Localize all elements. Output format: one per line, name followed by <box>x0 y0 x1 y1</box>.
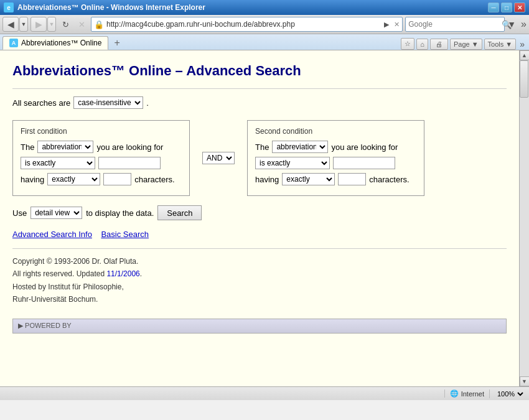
toolbar-more-button[interactable]: » <box>521 19 527 30</box>
forward-dropdown[interactable]: ▼ <box>47 17 56 32</box>
zoom-select[interactable]: 100% 75% 125% <box>495 390 525 398</box>
first-match-select[interactable]: is exactly contains starts with ends wit… <box>21 157 95 169</box>
browser-content: Abbreviationes™ Online – Advanced Search… <box>0 50 519 362</box>
scroll-thumb[interactable] <box>520 60 528 98</box>
second-match-row: is exactly contains starts with ends wit… <box>255 157 416 169</box>
back-button[interactable]: ◀ <box>2 17 19 32</box>
scroll-up-button[interactable]: ▲ <box>520 50 530 60</box>
second-having-row: having exactly at least at most characte… <box>255 173 416 185</box>
conditions-row: First condition The abbreviation expansi… <box>12 120 507 196</box>
footer-line3: Hosted by Institut für Philosophie, <box>12 281 507 293</box>
scroll-thumb-area <box>520 60 529 376</box>
connector-select[interactable]: AND OR <box>202 152 235 164</box>
searches-prefix: All searches are <box>12 98 70 108</box>
page-menu-button[interactable]: Page ▼ <box>450 39 482 50</box>
tab-bar: A Abbreviationes™ Online + ☆ ⌂ 🖨 Page ▼ … <box>0 34 529 50</box>
search-bar: 🔍 <box>405 17 505 32</box>
first-condition-title: First condition <box>21 127 182 136</box>
back-group: ◀ ▼ <box>2 17 28 32</box>
window-title: Abbreviationes™ Online - Windows Interne… <box>17 3 205 12</box>
close-button[interactable]: ✕ <box>514 2 525 12</box>
second-field-row: The abbreviation expansion you are looki… <box>255 141 416 153</box>
address-go-button[interactable]: ▶ <box>382 19 391 30</box>
and-connector-box: AND OR <box>202 152 235 164</box>
second-looking-label: you are looking for <box>331 142 398 152</box>
first-match-input[interactable] <box>98 157 161 169</box>
search-options-button[interactable]: ▼ <box>507 19 516 29</box>
first-field-row: The abbreviation expansion you are looki… <box>21 141 182 153</box>
first-the-label: The <box>21 142 34 152</box>
case-select[interactable]: case-insensitive case-sensitive <box>73 96 143 109</box>
first-count-select[interactable]: exactly at least at most <box>47 173 100 185</box>
nav-toolbar: ◀ ▼ ▶ ▼ ↻ ✕ 🔒 http://macg4cube.gpam.ruhr… <box>0 15 529 34</box>
basic-search-link[interactable]: Basic Search <box>101 230 149 239</box>
address-refresh[interactable]: ✕ <box>394 21 400 29</box>
advanced-search-info-link[interactable]: Advanced Search Info <box>12 230 92 239</box>
second-count-select[interactable]: exactly at least at most <box>282 173 335 185</box>
second-chars-label: characters. <box>369 175 409 184</box>
scroll-down-button[interactable]: ▼ <box>520 376 530 386</box>
favorites-button[interactable]: ☆ <box>401 38 414 50</box>
first-match-row: is exactly contains starts with ends wit… <box>21 157 182 169</box>
second-count-input[interactable] <box>338 173 366 185</box>
back-dropdown[interactable]: ▼ <box>19 17 28 32</box>
use-row: Use detail view list view to display the… <box>12 205 507 220</box>
statusbar-right: 🌐 Internet 100% 75% 125% <box>444 390 525 398</box>
statusbar: 🌐 Internet 100% 75% 125% <box>0 386 529 400</box>
first-count-input[interactable] <box>103 173 131 185</box>
first-having-row: having exactly at least at most characte… <box>21 173 182 185</box>
tab-label: Abbreviationes™ Online <box>21 39 101 47</box>
minimize-button[interactable]: ─ <box>488 2 499 12</box>
divider-1 <box>12 88 507 89</box>
footer-line1: Copyright © 1993-2006 Dr. Olaf Pluta. <box>12 255 507 268</box>
zoom-control: 100% 75% 125% <box>489 390 525 398</box>
use-label: Use <box>12 208 27 218</box>
toolbar-expand-button[interactable]: » <box>518 39 527 49</box>
tools-menu-button[interactable]: Tools ▼ <box>484 39 517 50</box>
footer-line2-suffix: . <box>140 269 142 278</box>
print-button[interactable]: 🖨 <box>430 39 448 50</box>
tabbar-right: ☆ ⌂ 🖨 Page ▼ Tools ▼ » <box>401 38 527 50</box>
tab-favicon: A <box>9 39 18 47</box>
footer: Copyright © 1993-2006 Dr. Olaf Pluta. Al… <box>12 255 507 306</box>
browser-search-input[interactable] <box>408 20 502 29</box>
first-field-select[interactable]: abbreviation expansion <box>37 141 93 153</box>
footer-divider <box>12 248 507 249</box>
footer-line4: Ruhr-Universität Bochum. <box>12 293 507 306</box>
app-icon: e <box>4 2 14 12</box>
stop-button[interactable]: ✕ <box>75 17 88 32</box>
second-the-label: The <box>255 142 269 152</box>
display-suffix: to display the data. <box>86 208 154 218</box>
internet-icon: 🌐 <box>450 390 459 398</box>
address-bar: 🔒 http://macg4cube.gpam.ruhr-uni-bochum.… <box>91 17 403 32</box>
first-condition-box: First condition The abbreviation expansi… <box>12 120 190 196</box>
internet-label: Internet <box>461 390 484 398</box>
home-button[interactable]: ⌂ <box>416 39 428 50</box>
new-tab-button[interactable]: + <box>110 36 124 50</box>
address-text[interactable]: http://macg4cube.gpam.ruhr-uni-bochum.de… <box>106 20 379 29</box>
footer-update-link[interactable]: 11/1/2006 <box>106 269 139 278</box>
display-select[interactable]: detail view list view <box>30 207 82 219</box>
refresh-button[interactable]: ↻ <box>59 17 72 32</box>
first-looking-label: you are looking for <box>96 142 163 152</box>
second-field-select[interactable]: abbreviation expansion <box>272 141 328 153</box>
tab-abbreviationes[interactable]: A Abbreviationes™ Online <box>2 36 108 50</box>
footer-line2-prefix: All rights reserved. Updated <box>12 269 106 278</box>
scrollbar: ▲ ▼ <box>519 50 529 386</box>
first-chars-label: characters. <box>134 175 174 184</box>
second-having-label: having <box>255 175 279 184</box>
content-wrapper: Abbreviationes™ Online – Advanced Search… <box>0 50 529 386</box>
first-having-label: having <box>21 175 44 184</box>
titlebar: e Abbreviationes™ Online - Windows Inter… <box>0 0 529 15</box>
searches-note: All searches are case-insensitive case-s… <box>12 96 507 109</box>
page-title: Abbreviationes™ Online – Advanced Search <box>12 63 507 79</box>
second-match-input[interactable] <box>333 157 395 169</box>
maximize-button[interactable]: □ <box>501 2 512 12</box>
links-row: Advanced Search Info Basic Search <box>12 230 507 239</box>
search-button[interactable]: Search <box>157 205 202 220</box>
page-icon: 🔒 <box>94 19 104 29</box>
scroll-area[interactable]: Abbreviationes™ Online – Advanced Search… <box>0 50 519 386</box>
forward-button[interactable]: ▶ <box>30 17 47 32</box>
second-match-select[interactable]: is exactly contains starts with ends wit… <box>255 157 330 169</box>
second-condition-title: Second condition <box>255 127 416 136</box>
